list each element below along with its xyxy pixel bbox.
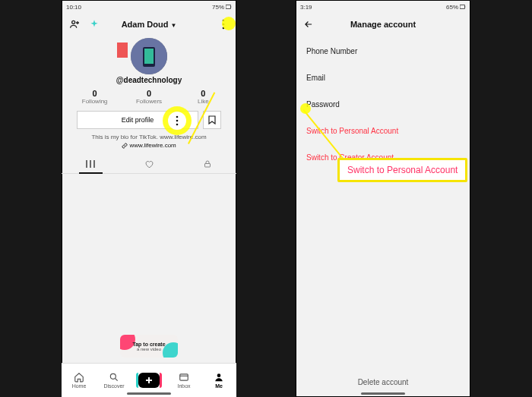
nav-home[interactable]: Home [62, 364, 97, 397]
svg-point-10 [110, 373, 116, 379]
status-time: 10:10 [66, 4, 81, 11]
stats-row: 0 Following 0 Followers 0 Like [68, 87, 230, 106]
highlight-dot [300, 103, 311, 114]
status-bar: 3:19 65% [296, 0, 470, 14]
tap-to-create-sub: a new video [137, 347, 161, 351]
svg-rect-0 [226, 5, 230, 9]
status-battery: 75% [212, 4, 224, 11]
svg-point-2 [72, 20, 75, 24]
stat-following[interactable]: 0 Following [68, 87, 122, 106]
bio-text: This is my bio for TikTok. www.lifewire.… [62, 134, 236, 140]
plus-icon [138, 373, 160, 388]
bottom-nav: Home Discover Inbox Me [62, 363, 236, 397]
item-password[interactable]: Password [306, 91, 460, 118]
status-time: 3:19 [300, 4, 312, 11]
avatar[interactable] [131, 38, 167, 74]
nav-handle [127, 392, 171, 395]
status-bar: 10:10 75% [62, 0, 236, 14]
back-button[interactable] [302, 17, 315, 31]
status-battery: 65% [446, 4, 458, 11]
highlight-circle-inner [168, 112, 186, 130]
svg-rect-17 [464, 6, 465, 8]
nav-inbox[interactable]: Inbox [166, 364, 201, 397]
item-phone-number[interactable]: Phone Number [306, 38, 460, 65]
svg-point-13 [176, 116, 179, 118]
tab-grid[interactable] [62, 155, 120, 173]
battery-icon [460, 4, 466, 10]
add-friend-icon[interactable] [68, 17, 81, 31]
svg-rect-1 [230, 6, 231, 8]
bio-link[interactable]: www.lifewire.com [62, 142, 236, 149]
highlight-circle-small [222, 17, 236, 30]
tab-private[interactable] [178, 155, 236, 173]
battery-icon [226, 4, 232, 10]
tab-liked[interactable] [120, 155, 179, 173]
profile-header: Adam Doud ▼ [62, 14, 236, 35]
nav-me[interactable]: Me [201, 364, 236, 397]
status-icons: 75% [212, 4, 232, 11]
svg-point-12 [217, 373, 221, 377]
status-icons: 65% [446, 4, 466, 11]
svg-rect-9 [204, 164, 210, 168]
tap-to-create-card[interactable]: Tap to create a new video [120, 335, 178, 358]
svg-rect-8 [144, 49, 154, 64]
stage: 10:10 75% Adam Doud ▼ [0, 0, 532, 397]
item-email[interactable]: Email [306, 65, 460, 91]
manage-title: Manage account [296, 20, 470, 29]
sparkle-icon[interactable] [87, 17, 101, 31]
tooltip-switch-personal: Switch to Personal Account [337, 158, 467, 182]
nav-handle [361, 392, 405, 395]
delete-account[interactable]: Delete account [296, 378, 470, 386]
manage-header: Manage account [296, 14, 470, 35]
tap-to-create-title: Tap to create [132, 342, 165, 347]
content-tabs [62, 155, 236, 174]
avatar-accessory [117, 43, 128, 58]
svg-rect-16 [460, 5, 464, 9]
svg-point-15 [176, 124, 179, 126]
stat-followers[interactable]: 0 Followers [122, 87, 176, 106]
svg-rect-11 [180, 374, 188, 380]
svg-point-14 [176, 120, 179, 122]
phone-manage-account: 3:19 65% Manage account Phone Number Ema… [296, 0, 470, 397]
phone-profile: 10:10 75% Adam Doud ▼ [62, 0, 236, 397]
stat-likes[interactable]: 0 Like [176, 87, 230, 106]
manage-list: Phone Number Email Password Switch to Pe… [296, 35, 470, 174]
nav-discover[interactable]: Discover [97, 364, 131, 397]
username: @deadtechnology [62, 76, 236, 84]
bookmark-button[interactable] [203, 111, 221, 129]
